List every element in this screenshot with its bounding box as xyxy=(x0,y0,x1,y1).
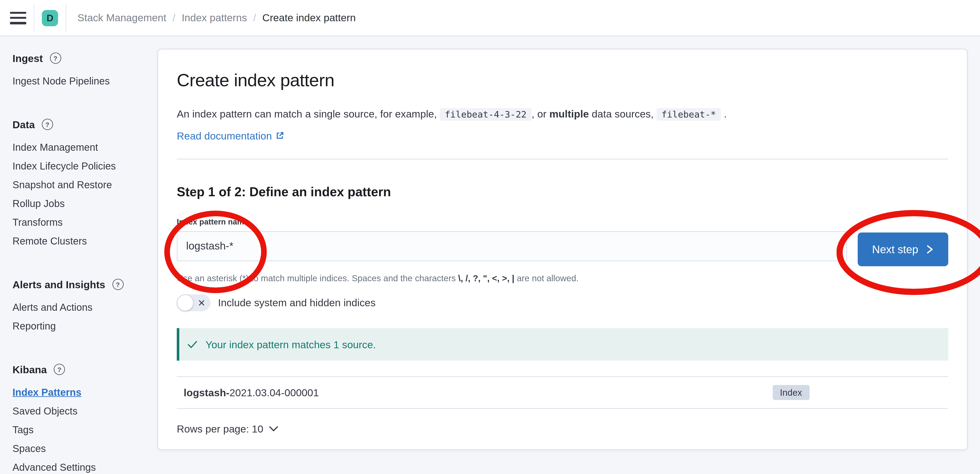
menu-icon[interactable] xyxy=(10,11,26,24)
sidebar-section-kibana: Kibana ? xyxy=(13,363,158,376)
divider xyxy=(177,159,948,160)
help-icon[interactable]: ? xyxy=(54,364,65,375)
toggle-label: Include system and hidden indices xyxy=(218,297,376,309)
sidebar-item-index-lifecycle-policies[interactable]: Index Lifecycle Policies xyxy=(13,157,158,176)
index-type-badge: Index xyxy=(772,385,810,400)
sidebar-item-remote-clusters[interactable]: Remote Clusters xyxy=(13,232,158,251)
sidebar-item-alerts-and-actions[interactable]: Alerts and Actions xyxy=(13,298,158,317)
sidebar-section-alerts-and-insights: Alerts and Insights ? xyxy=(13,278,158,291)
help-icon[interactable]: ? xyxy=(42,119,53,130)
sidebar-item-reporting[interactable]: Reporting xyxy=(13,317,158,336)
index-pattern-input[interactable] xyxy=(177,231,847,261)
create-index-pattern-panel: Create index pattern An index pattern ca… xyxy=(158,49,968,450)
code-example-wildcard: filebeat-* xyxy=(656,108,721,121)
rows-per-page-label: Rows per page: 10 xyxy=(177,423,263,435)
matched-suffix: 2021.03.04-000001 xyxy=(229,386,319,398)
helper-text: Use an asterisk (*) to match multiple in… xyxy=(177,273,458,283)
top-bar: D Stack Management / Index patterns / Cr… xyxy=(0,0,980,36)
sidebar-item-index-patterns[interactable]: Index Patterns xyxy=(13,383,158,402)
breadcrumb: Stack Management / Index patterns / Crea… xyxy=(78,12,356,24)
breadcrumb-separator: / xyxy=(253,12,256,24)
space-avatar[interactable]: D xyxy=(42,10,58,26)
sidebar-item-saved-objects[interactable]: Saved Objects xyxy=(13,402,158,421)
include-hidden-indices-toggle[interactable]: ✕ xyxy=(177,295,211,311)
sidebar-item-snapshot-and-restore[interactable]: Snapshot and Restore xyxy=(13,176,158,195)
breadcrumb-index-patterns[interactable]: Index patterns xyxy=(181,12,247,24)
page-title: Create index pattern xyxy=(177,68,948,92)
helper-forbidden-chars: \, /, ?, ", <, >, | xyxy=(458,273,514,283)
link-label: Read documentation xyxy=(177,129,272,142)
breadcrumb-current: Create index pattern xyxy=(262,12,356,24)
management-sidebar: Ingest ? Ingest Node Pipelines Data ? In… xyxy=(0,36,158,474)
description-emphasis: multiple xyxy=(549,108,589,120)
sidebar-list: Alerts and Actions Reporting xyxy=(13,298,158,336)
helper-text: are not allowed. xyxy=(514,273,579,283)
input-row: Next step xyxy=(177,231,948,266)
cross-icon: ✕ xyxy=(198,297,205,309)
step-heading: Step 1 of 2: Define an index pattern xyxy=(177,183,948,200)
help-icon[interactable]: ? xyxy=(50,53,61,64)
matched-index-row: logstash-2021.03.04-000001 Index xyxy=(177,376,948,409)
sidebar-item-index-management[interactable]: Index Management xyxy=(13,138,158,157)
code-example-single: filebeat-4-3-22 xyxy=(440,108,531,121)
description-text: data sources, xyxy=(589,108,657,120)
toggle-row: ✕ Include system and hidden indices xyxy=(177,295,948,311)
description-text: An index pattern can match a single sour… xyxy=(177,108,440,120)
sidebar-item-rollup-jobs[interactable]: Rollup Jobs xyxy=(13,195,158,213)
sidebar-item-spaces[interactable]: Spaces xyxy=(13,439,158,458)
sidebar-list: Index Management Index Lifecycle Policie… xyxy=(13,138,158,251)
sidebar-list: Index Patterns Saved Objects Tags Spaces… xyxy=(13,383,158,474)
matched-prefix: logstash- xyxy=(184,386,229,398)
chevron-down-icon xyxy=(268,426,278,432)
external-link-icon xyxy=(275,131,284,140)
chevron-right-icon xyxy=(926,244,934,254)
index-pattern-name-label: Index pattern name xyxy=(177,217,948,227)
check-icon xyxy=(187,339,198,350)
section-title: Ingest xyxy=(13,52,43,64)
input-helper-text: Use an asterisk (*) to match multiple in… xyxy=(177,273,948,284)
sidebar-list: Ingest Node Pipelines xyxy=(13,72,158,91)
sidebar-item-transforms[interactable]: Transforms xyxy=(13,213,158,232)
toggle-knob xyxy=(177,295,194,311)
page-description: An index pattern can match a single sour… xyxy=(177,106,948,123)
sidebar-item-advanced-settings[interactable]: Advanced Settings xyxy=(13,458,158,474)
sidebar-section-data: Data ? xyxy=(13,118,158,131)
sidebar-item-ingest-node-pipelines[interactable]: Ingest Node Pipelines xyxy=(13,72,158,91)
topbar-divider xyxy=(66,4,67,32)
breadcrumb-stack-management[interactable]: Stack Management xyxy=(78,12,166,24)
section-title: Data xyxy=(13,118,35,131)
description-text: , or xyxy=(531,108,549,120)
sidebar-section-ingest: Ingest ? xyxy=(13,52,158,64)
matched-index-name: logstash-2021.03.04-000001 xyxy=(184,386,319,399)
help-icon[interactable]: ? xyxy=(112,279,123,290)
sidebar-item-tags[interactable]: Tags xyxy=(13,421,158,439)
success-callout: Your index pattern matches 1 source. xyxy=(177,328,948,361)
topbar-divider xyxy=(34,4,35,32)
success-message: Your index pattern matches 1 source. xyxy=(206,338,376,351)
description-text: . xyxy=(721,108,727,120)
kibana-window: D Stack Management / Index patterns / Cr… xyxy=(0,0,980,474)
rows-per-page-control[interactable]: Rows per page: 10 xyxy=(177,420,948,437)
read-documentation-link[interactable]: Read documentation xyxy=(177,129,285,142)
section-title: Kibana xyxy=(13,364,47,375)
button-label: Next step xyxy=(872,243,918,256)
section-title: Alerts and Insights xyxy=(13,279,105,290)
next-step-button[interactable]: Next step xyxy=(858,233,948,266)
breadcrumb-separator: / xyxy=(172,12,175,24)
